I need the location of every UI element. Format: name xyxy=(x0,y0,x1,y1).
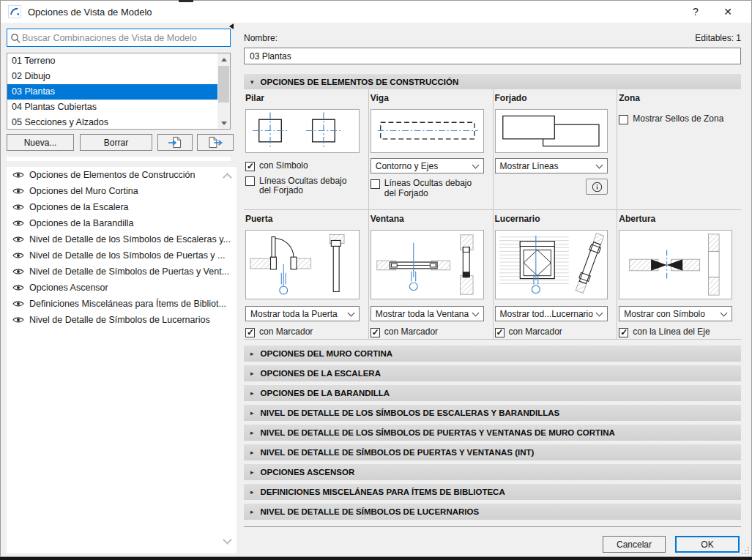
abertura-display-dropdown[interactable]: Mostrar con Símbolo xyxy=(619,306,732,321)
puerta-display-dropdown[interactable]: Mostrar toda la Puerta xyxy=(245,306,360,321)
abertura-title: Abertura xyxy=(619,214,732,224)
export-icon xyxy=(206,136,224,149)
zona-title: Zona xyxy=(619,93,732,103)
scroll-down-icon[interactable] xyxy=(223,535,232,545)
zona-stamps-checkbox[interactable]: Mostrar Sellos de Zona xyxy=(619,114,732,124)
options-list-item[interactable]: Opciones del Muro Cortina xyxy=(7,183,237,199)
checkbox-unchecked-icon[interactable] xyxy=(619,115,628,124)
search-box[interactable] xyxy=(7,29,231,47)
section-label: DEFINICIONES MISCELÁNEAS PARA ÍTEMS DE B… xyxy=(261,488,505,496)
section-header-escalera[interactable]: ▸OPCIONES DE LA ESCALERA xyxy=(244,365,741,381)
checkbox-label: Líneas Ocultas debajo del Forjado xyxy=(384,179,484,198)
checkbox-checked-icon[interactable] xyxy=(371,328,380,337)
ok-button[interactable]: OK xyxy=(675,536,740,553)
lucernario-marker-checkbox[interactable]: con Marcador xyxy=(495,327,608,337)
scrollbar-thumb[interactable] xyxy=(218,66,229,102)
help-button[interactable]: ? xyxy=(680,1,712,22)
options-list-item[interactable]: Nivel de Detalle de los Símbolos de Esca… xyxy=(7,231,237,247)
combination-list-item[interactable]: 02 Dibujo xyxy=(7,69,217,84)
section-header-ascensor[interactable]: ▸OPCIONES ASCENSOR xyxy=(244,464,741,480)
dropdown-value: Mostrar toda la Ventana xyxy=(376,309,469,319)
eye-icon xyxy=(12,220,24,227)
checkbox-checked-icon[interactable] xyxy=(619,328,628,337)
abertura-panel: Abertura xyxy=(617,210,741,339)
lucernario-panel: Lucernario xyxy=(493,210,617,339)
ventana-panel: Ventana xyxy=(368,210,493,339)
options-list-item[interactable]: Opciones de la Barandilla xyxy=(7,215,237,231)
name-input[interactable] xyxy=(244,48,741,64)
title-bar: Opciones de Vista de Modelo ? ✕ xyxy=(1,1,751,23)
import-button[interactable] xyxy=(157,134,193,151)
search-input[interactable] xyxy=(21,32,227,44)
checkbox-unchecked-icon[interactable] xyxy=(245,176,255,186)
section-header-construction-elements[interactable]: ▾ OPCIONES DE ELEMENTOS DE CONSTRUCCIÓN xyxy=(244,74,741,89)
chevron-down-icon xyxy=(347,309,354,316)
checkbox-checked-icon[interactable] xyxy=(495,328,505,337)
section-header-barandilla[interactable]: ▸OPCIONES DE LA BARANDILLA xyxy=(244,385,741,401)
section-header-detalle-puertas-muro[interactable]: ▸NIVEL DE DETALLE DE LOS SÍMBOLOS DE PUE… xyxy=(244,425,741,441)
chevron-down-icon xyxy=(596,161,603,168)
abertura-axis-checkbox[interactable]: con la Línea del Eje xyxy=(619,327,732,337)
eye-icon xyxy=(12,300,24,307)
options-list-item[interactable]: Nivel de Detalle de Símbolos de Puertas … xyxy=(7,264,237,280)
options-item-label: Opciones de Elementos de Construcción xyxy=(29,170,196,180)
viga-hidden-lines-checkbox[interactable]: Líneas Ocultas debajo del Forjado xyxy=(371,179,484,198)
forjado-display-dropdown[interactable]: Mostrar Líneas xyxy=(495,158,608,173)
separator-strip xyxy=(7,157,231,161)
options-list-item[interactable]: Definiciones Misceláneas para Ítems de B… xyxy=(7,296,237,312)
pilar-with-symbol-checkbox[interactable]: con Símbolo xyxy=(245,161,360,171)
puerta-marker-checkbox[interactable]: con Marcador xyxy=(245,327,360,337)
combination-list-item[interactable]: 05 Secciones y Alzados xyxy=(7,115,217,130)
checkbox-label: con la Línea del Eje xyxy=(633,327,710,337)
section-label: NIVEL DE DETALLE DE LOS SÍMBOLOS DE PUER… xyxy=(261,428,615,437)
section-header-detalle-escaleras[interactable]: ▸NIVEL DE DETALLE DE LOS SÍMBOLOS DE ESC… xyxy=(244,405,741,421)
combination-list-item[interactable]: 01 Terreno xyxy=(7,53,217,69)
resize-grip[interactable] xyxy=(742,547,749,554)
combination-list-scrollbar[interactable] xyxy=(217,53,230,129)
options-list-item[interactable]: Opciones Ascensor xyxy=(7,280,237,296)
lucernario-display-dropdown[interactable]: Mostrar tod...Lucernario xyxy=(495,306,608,321)
section-label: NIVEL DE DETALLE DE LOS SÍMBOLOS DE ESCA… xyxy=(261,408,560,417)
ventana-marker-checkbox[interactable]: con Marcador xyxy=(371,327,484,337)
viga-panel: Viga Contorno y Ejes Líneas Ocultas deb xyxy=(368,89,493,209)
scroll-up-icon[interactable] xyxy=(217,53,230,65)
dropdown-value: Contorno y Ejes xyxy=(376,161,438,171)
combination-list-item[interactable]: 04 Plantas Cubiertas xyxy=(7,100,217,115)
section-header-detalle-puertas-int[interactable]: ▸NIVEL DE DETALLE DE SÍMBOLOS DE PUERTAS… xyxy=(244,444,741,460)
background-window-edge xyxy=(179,0,193,2)
new-button[interactable]: Nueva... xyxy=(7,134,74,151)
section-header-muro-cortina[interactable]: ▸OPCIONES DEL MURO CORTINA xyxy=(244,346,741,362)
checkbox-label: Líneas Ocultas debajo del Forjado xyxy=(259,176,360,196)
name-label: Nombre: xyxy=(244,33,278,43)
combination-list-item-selected[interactable]: 03 Plantas xyxy=(7,84,217,100)
info-button[interactable] xyxy=(586,179,608,195)
scroll-down-icon[interactable] xyxy=(217,117,230,129)
checkbox-checked-icon[interactable] xyxy=(245,162,255,171)
pilar-hidden-lines-checkbox[interactable]: Líneas Ocultas debajo del Forjado xyxy=(245,176,360,196)
left-sidebar: 01 Terreno 02 Dibujo 03 Plantas 04 Plant… xyxy=(7,29,237,549)
archicad-logo-icon xyxy=(8,5,21,18)
section-header-misc-biblioteca[interactable]: ▸DEFINICIONES MISCELÁNEAS PARA ÍTEMS DE … xyxy=(244,484,741,500)
options-list-item[interactable]: Opciones de Elementos de Construcción xyxy=(7,167,237,183)
close-button[interactable]: ✕ xyxy=(712,1,744,22)
checkbox-checked-icon[interactable] xyxy=(245,328,255,337)
puerta-preview xyxy=(245,230,360,299)
viga-display-dropdown[interactable]: Contorno y Ejes xyxy=(371,158,484,173)
eye-icon xyxy=(12,252,24,259)
options-list-item[interactable]: Nivel de Detalle de los Símbolos de Puer… xyxy=(7,247,237,264)
chevron-collapsed-icon: ▸ xyxy=(250,429,254,436)
options-item-label: Nivel de Detalle de Símbolos de Lucernar… xyxy=(29,315,210,325)
delete-button[interactable]: Borrar xyxy=(80,134,152,151)
options-list-item[interactable]: Nivel de Detalle de Símbolos de Lucernar… xyxy=(7,312,237,328)
ventana-display-dropdown[interactable]: Mostrar toda la Ventana xyxy=(371,306,484,321)
footer-separator xyxy=(244,526,741,527)
options-list-item[interactable]: Opciones de la Escalera xyxy=(7,199,237,215)
eye-icon xyxy=(12,187,24,195)
checkbox-unchecked-icon[interactable] xyxy=(371,179,380,189)
puerta-title: Puerta xyxy=(245,214,360,224)
section-header-detalle-lucernarios[interactable]: ▸NIVEL DE DETALLE DE SÍMBOLOS DE LUCERNA… xyxy=(244,504,741,520)
export-button[interactable] xyxy=(197,134,234,151)
chevron-down-icon xyxy=(472,309,479,316)
screen: { "window": { "title": "Opciones de Vist… xyxy=(0,0,752,560)
cancel-button[interactable]: Cancelar xyxy=(603,536,666,553)
